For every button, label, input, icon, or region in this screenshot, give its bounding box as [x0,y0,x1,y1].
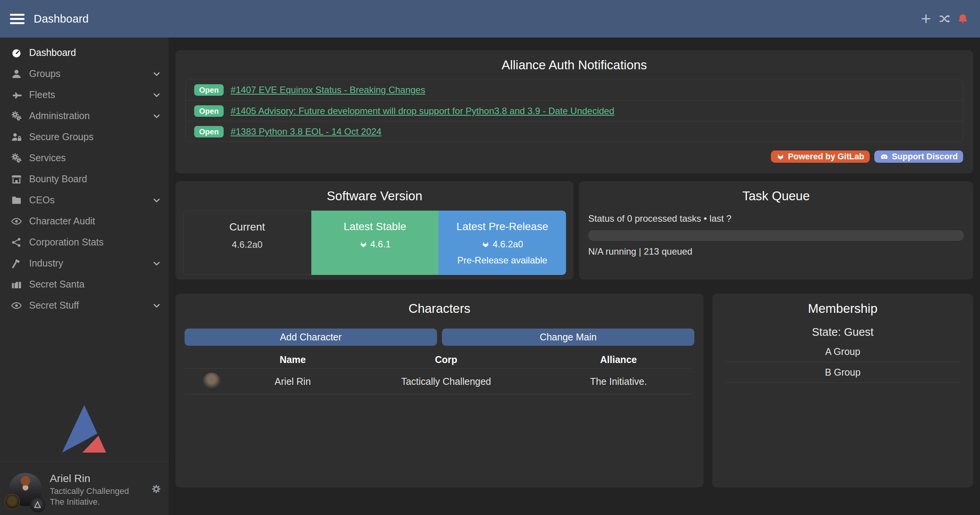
add-icon[interactable] [919,12,933,25]
membership-state: State: Guest [712,326,973,338]
gitlab-icon [481,240,490,249]
table-row: Ariel Rin Tactically Challenged The Init… [185,369,692,394]
sidebar-nav: Dashboard Groups Fleets Administration [0,38,169,316]
notification-link[interactable]: #1405 Advisory: Future development will … [231,106,614,116]
notification-link[interactable]: #1407 EVE Equinox Status - Breaking Chan… [231,85,425,95]
sidebar-item-dashboard[interactable]: Dashboard [0,42,169,63]
characters-panel: Characters Add Character Change Main Nam… [175,294,704,487]
version-current: Current 4.6.2a0 [183,211,311,275]
membership-title: Membership [712,294,973,316]
external-badges: Powered by GitLab Support Discord [771,150,963,163]
task-status-text: Status of 0 processed tasks • last ? [588,213,731,224]
gitlab-icon [359,240,368,249]
sidebar-item-corporation-stats[interactable]: Corporation Stats [0,232,169,253]
top-navbar: Dashboard [0,0,980,38]
gifts-icon [10,278,23,291]
user-name: Ariel Rin [50,472,90,485]
shuffle-icon[interactable] [938,12,951,25]
status-badge: Open [194,105,224,117]
character-portrait [203,373,221,391]
gauge-icon [10,46,23,59]
software-version-panel: Software Version Current 4.6.2a0 Latest … [175,181,574,280]
notifications-title: Alliance Auth Notifications [175,50,973,72]
column-header-name: Name [238,354,347,365]
chevron-down-icon [152,111,162,121]
notification-item: Open #1383 Python 3.8 EOL - 14 Oct 2024 [186,121,963,142]
sidebar-item-services[interactable]: Services [0,147,169,168]
notification-item: Open #1407 EVE Equinox Status - Breaking… [186,80,963,100]
table-header-row: Name Corp Alliance [185,351,692,369]
task-queue-title: Task Queue [579,181,973,203]
store-icon [10,173,23,186]
column-header-alliance: Alliance [545,354,692,365]
user-icon [10,67,23,80]
notifications-list: Open #1407 EVE Equinox Status - Breaking… [185,79,963,142]
list-item: B Group [726,362,960,383]
chevron-down-icon [152,90,162,100]
folder-icon [10,194,23,207]
fighter-jet-icon [10,88,23,101]
gitlab-badge[interactable]: Powered by GitLab [771,150,869,163]
sidebar-item-ceos[interactable]: CEOs [0,190,169,211]
membership-panel: Membership State: Guest A Group B Group [712,294,973,487]
notification-item: Open #1405 Advisory: Future development … [186,100,963,121]
chevron-down-icon [152,258,162,268]
page-title: Dashboard [34,13,89,25]
task-progress-bar [588,230,964,241]
alliance-logo-icon [30,497,45,512]
membership-groups-list: A Group B Group [726,342,960,383]
character-name: Ariel Rin [238,376,347,387]
sidebar-item-character-audit[interactable]: Character Audit [0,211,169,232]
chevron-down-icon [152,195,162,205]
sidebar-item-secret-stuff[interactable]: Secret Stuff [0,295,169,316]
add-character-button[interactable]: Add Character [185,329,437,346]
gears-icon [10,152,23,165]
eye-icon [10,215,23,228]
sidebar: Dashboard Groups Fleets Administration [0,38,169,515]
menu-toggle-icon[interactable] [10,11,25,26]
task-queue-counts: N/A running | 213 queued [588,246,692,257]
chevron-down-icon [152,301,162,311]
version-boxes: Current 4.6.2a0 Latest Stable 4.6.1 Late… [183,211,566,275]
alliance-auth-logo [62,405,106,453]
sidebar-item-secure-groups[interactable]: Secure Groups [0,126,169,147]
character-corp: Tactically Challenged [347,376,545,387]
user-lock-icon [10,131,23,144]
character-alliance: The Initiative. [545,376,692,387]
characters-table: Name Corp Alliance Ariel Rin Tactically … [185,351,692,394]
status-badge: Open [194,84,224,96]
chevron-down-icon [152,69,162,79]
software-version-title: Software Version [175,181,574,203]
discord-badge[interactable]: Support Discord [874,150,963,163]
sidebar-user-footer: Ariel Rin Tactically Challenged The Init… [0,462,169,515]
sidebar-item-industry[interactable]: Industry [0,253,169,274]
change-main-button[interactable]: Change Main [442,329,694,346]
sidebar-item-bounty-board[interactable]: Bounty Board [0,168,169,190]
share-nodes-icon [10,236,23,249]
main-content: Alliance Auth Notifications Open #1407 E… [169,38,980,515]
corp-logo-icon [5,494,20,509]
status-badge: Open [194,126,224,137]
sidebar-item-secret-santa[interactable]: Secret Santa [0,274,169,295]
characters-title: Characters [175,294,704,316]
eye-icon [10,299,23,312]
notifications-bell-icon[interactable] [956,12,969,25]
sidebar-item-administration[interactable]: Administration [0,105,169,126]
gears-icon [10,110,23,123]
notifications-panel: Alliance Auth Notifications Open #1407 E… [175,50,973,173]
user-corp: Tactically Challenged [50,486,129,496]
list-item: A Group [726,342,960,362]
sidebar-item-fleets[interactable]: Fleets [0,84,169,105]
notification-link[interactable]: #1383 Python 3.8 EOL - 14 Oct 2024 [231,126,381,137]
prerelease-note: Pre-Release available [438,255,566,266]
discord-icon [880,152,889,161]
task-queue-panel: Task Queue Status of 0 processed tasks •… [579,181,973,280]
version-latest-prerelease: Latest Pre-Release 4.6.2a0 Pre-Release a… [438,211,566,275]
column-header-corp: Corp [347,354,545,365]
hammer-icon [10,257,23,270]
gitlab-icon [776,152,785,161]
sidebar-item-groups[interactable]: Groups [0,63,169,84]
version-latest-stable: Latest Stable 4.6.1 [311,211,439,275]
settings-gear-icon[interactable] [151,484,162,494]
user-alliance: The Initiative. [50,497,100,507]
